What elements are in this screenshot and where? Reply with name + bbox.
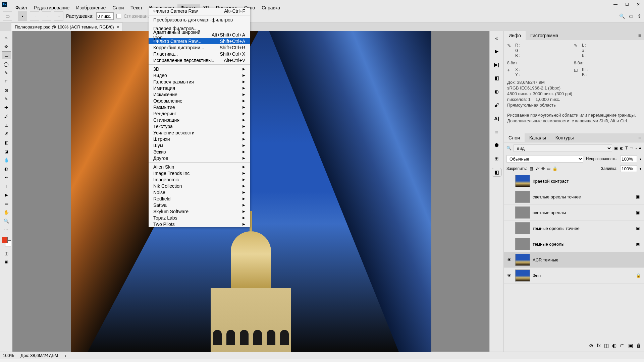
close-button[interactable]: ✕ — [633, 0, 644, 9]
info-panel-menu-icon[interactable]: ≡ — [636, 31, 644, 40]
actions-panel-icon[interactable]: ▶| — [492, 61, 502, 69]
menu-item[interactable]: Искажение▶ — [149, 91, 250, 98]
minimize-button[interactable]: — — [610, 0, 621, 9]
history-brush-tool[interactable]: ↺ — [2, 130, 11, 138]
menu-item[interactable]: Two Pilots▶ — [149, 221, 250, 227]
filter-type-icon[interactable]: T — [625, 146, 628, 150]
menu-Редактирование[interactable]: Редактирование — [30, 4, 73, 11]
layer-thumbnail[interactable] — [515, 238, 530, 250]
menu-item[interactable]: Другое▶ — [149, 155, 250, 161]
eraser-tool[interactable]: ◧ — [2, 138, 11, 146]
menu-item[interactable]: Штрихи▶ — [149, 136, 250, 142]
new-layer-icon[interactable]: ▣ — [628, 343, 633, 349]
menu-item[interactable]: Topaz Labs▶ — [149, 215, 250, 221]
layer-row[interactable]: Краевой контраст — [504, 173, 644, 189]
lasso-tool[interactable]: ◯ — [2, 60, 11, 68]
path-select-tool[interactable]: ▶ — [2, 191, 11, 199]
eyedropper-tool[interactable]: ✎ — [2, 95, 11, 103]
quickmask-tool[interactable]: ◫ — [2, 249, 11, 257]
menu-item[interactable]: Исправление перспективы...Alt+Ctrl+V — [149, 57, 250, 63]
close-tab-icon[interactable]: × — [117, 24, 119, 29]
menu-item[interactable]: Фильтр Camera Raw...Shift+Ctrl+A — [149, 38, 250, 44]
search-icon[interactable]: 🔍 — [619, 13, 625, 19]
fill-chevron-icon[interactable]: ▾ — [640, 167, 641, 171]
tool-preset-icon[interactable]: ▭ — [3, 11, 12, 21]
expand-tools-icon[interactable]: » — [2, 34, 11, 42]
color-swatches[interactable] — [2, 237, 11, 246]
extra-panel-icon[interactable]: ◧ — [492, 168, 502, 177]
menu-item[interactable]: Оформление▶ — [149, 98, 250, 104]
delete-layer-icon[interactable]: 🗑 — [636, 343, 641, 348]
layer-row[interactable]: светлые ореолы ▣ — [504, 205, 644, 221]
doc-info[interactable]: Док: 38,6M/247,9M — [20, 353, 58, 358]
visibility-icon[interactable]: 👁 — [506, 257, 513, 262]
menu-item[interactable]: Noise▶ — [149, 189, 250, 195]
layer-thumbnail[interactable] — [515, 175, 530, 187]
selection-add-icon[interactable]: ▫ — [30, 11, 39, 21]
properties-panel-icon[interactable]: ◧ — [492, 74, 502, 82]
menu-item[interactable]: Коррекция дисторсии...Shift+Ctrl+R — [149, 44, 250, 51]
layer-row[interactable]: темные ореолы ▣ — [504, 236, 644, 252]
menu-item[interactable]: Эскиз▶ — [149, 148, 250, 155]
lock-artboard-icon[interactable]: ▭ — [547, 166, 550, 171]
tab-layers[interactable]: Слои — [504, 133, 525, 142]
visibility-icon[interactable]: 👁 — [506, 273, 513, 278]
menu-item[interactable]: Рендеринг▶ — [149, 110, 250, 117]
layer-thumbnail[interactable] — [515, 254, 530, 266]
menu-Справка[interactable]: Справка — [258, 4, 283, 11]
status-chevron-icon[interactable]: › — [65, 353, 66, 358]
foreground-color[interactable] — [2, 237, 8, 243]
lock-pixels-icon[interactable]: 🖌 — [535, 166, 539, 171]
tab-info[interactable]: Инфо — [504, 31, 526, 40]
selection-new-icon[interactable]: ▪ — [18, 11, 27, 21]
filter-shape-icon[interactable]: ▭ — [630, 146, 633, 150]
menu-item[interactable]: 3D▶ — [149, 66, 250, 72]
menu-Слои[interactable]: Слои — [109, 4, 127, 11]
menu-item[interactable]: Видео▶ — [149, 72, 250, 78]
menu-item[interactable]: Imagenomic▶ — [149, 176, 250, 183]
lock-all-icon[interactable]: 🔒 — [552, 166, 557, 171]
frame-tool[interactable]: ⊠ — [2, 86, 11, 94]
lock-position-icon[interactable]: ✥ — [541, 166, 545, 171]
collapse-strip-icon[interactable]: « — [492, 34, 502, 42]
menu-item[interactable]: Шум▶ — [149, 142, 250, 148]
menu-item[interactable]: Фильтр Camera RawAlt+Ctrl+F — [149, 8, 250, 14]
healing-tool[interactable]: ✚ — [2, 104, 11, 112]
link-layers-icon[interactable]: ⊘ — [589, 343, 593, 349]
move-tool[interactable]: ✥ — [2, 43, 11, 51]
tab-paths[interactable]: Контуры — [551, 133, 579, 142]
layer-name[interactable]: темные ореолы точнее — [533, 226, 633, 231]
filter-smart-icon[interactable]: ▫ — [635, 146, 637, 150]
edit-toolbar[interactable]: ⋯ — [2, 226, 11, 234]
menu-item[interactable]: Имитация▶ — [149, 85, 250, 91]
canvas[interactable] — [12, 31, 489, 352]
3d-panel-icon[interactable]: ⬢ — [492, 141, 502, 149]
zoom-tool[interactable]: 🔍 — [2, 217, 11, 225]
layer-row[interactable]: темные ореолы точнее ▣ — [504, 221, 644, 236]
layer-thumbnail[interactable] — [515, 206, 530, 219]
menu-Изображение[interactable]: Изображение — [73, 4, 109, 11]
pen-tool[interactable]: ✒ — [2, 173, 11, 181]
layer-row[interactable]: 👁 ACR темные — [504, 252, 644, 268]
layer-name[interactable]: Фон — [533, 273, 633, 278]
menu-item[interactable]: Преобразовать для смарт-фильтров — [149, 16, 250, 23]
opacity-input[interactable] — [620, 156, 637, 162]
layer-name[interactable]: светлые ореолы точнее — [533, 194, 633, 199]
layer-row[interactable]: 👁 Фон 🔒 — [504, 268, 644, 284]
menu-item[interactable]: Адаптивный широкий угол...Alt+Shift+Ctrl… — [149, 32, 250, 38]
stamp-tool[interactable]: ⊥ — [2, 121, 11, 129]
blur-tool[interactable]: 💧 — [2, 156, 11, 164]
menu-item[interactable]: Размытие▶ — [149, 104, 250, 110]
feather-input[interactable] — [96, 12, 114, 20]
menu-Текст[interactable]: Текст — [127, 4, 146, 11]
menu-item[interactable]: Пластика...Shift+Ctrl+X — [149, 51, 250, 57]
group-icon[interactable]: 🗀 — [620, 343, 625, 348]
screenmode-tool[interactable]: ▣ — [2, 258, 11, 266]
share-icon[interactable]: ⇪ — [637, 13, 641, 19]
marquee-tool[interactable]: ▭ — [2, 51, 11, 59]
antialias-checkbox[interactable] — [116, 14, 121, 18]
filter-image-icon[interactable]: ▣ — [614, 146, 618, 150]
layer-row[interactable]: светлые ореолы точнее ▣ — [504, 189, 644, 205]
document-tab[interactable]: Полноразмер.psd @ 100% (ACR темные, RGB/… — [11, 22, 123, 31]
history-panel-icon[interactable]: ▶ — [492, 47, 502, 55]
